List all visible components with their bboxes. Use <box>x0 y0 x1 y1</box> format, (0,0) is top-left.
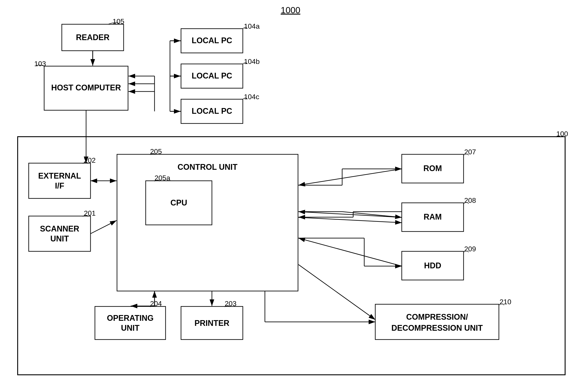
host-computer-label: HOST COMPUTER <box>51 83 121 92</box>
cpu-ref: 205a <box>154 174 170 182</box>
local-pc-c-ref: 104c <box>244 93 259 101</box>
ram-ref: 208 <box>464 196 476 204</box>
scanner-unit-label1: SCANNER <box>40 224 79 233</box>
operating-unit-label2: UNIT <box>121 323 140 333</box>
rom-ref: 207 <box>464 148 476 156</box>
device-100-ref: 100 <box>556 130 568 138</box>
compression-label2: DECOMPRESSION UNIT <box>392 323 483 333</box>
external-if-ref: 202 <box>84 156 96 164</box>
reader-ref: 105 <box>112 17 124 25</box>
printer-label: PRINTER <box>194 319 229 328</box>
local-pc-c-label: LOCAL PC <box>192 106 232 116</box>
scanner-unit-label2: UNIT <box>50 234 69 243</box>
diagram-container: 1000 READER 105 HOST COMPUTER 103 LOCAL … <box>0 0 581 392</box>
diagram-title: 1000 <box>281 5 300 15</box>
operating-unit-label1: OPERATING <box>107 314 154 323</box>
compression-label1: COMPRESSION/ <box>406 312 468 321</box>
ram-label: RAM <box>424 212 442 221</box>
external-if-box <box>29 163 90 198</box>
operating-unit-box <box>95 306 166 340</box>
rom-label: ROM <box>424 164 442 173</box>
local-pc-b-label: LOCAL PC <box>192 71 232 80</box>
scanner-unit-ref: 201 <box>84 209 96 217</box>
compression-ref: 210 <box>500 298 511 306</box>
external-if-label2: I/F <box>55 181 64 190</box>
cpu-label: CPU <box>170 198 187 207</box>
hdd-ref: 209 <box>464 245 476 253</box>
external-if-label1: EXTERNAL <box>38 171 81 180</box>
compression-box <box>375 304 499 340</box>
local-pc-b-ref: 104b <box>244 57 260 65</box>
local-pc-a-ref: 104a <box>244 22 260 30</box>
hdd-label: HDD <box>424 261 441 270</box>
operating-unit-ref: 204 <box>150 300 162 308</box>
printer-ref: 203 <box>225 300 236 308</box>
control-unit-ref: 205 <box>150 148 162 156</box>
reader-label: READER <box>76 33 110 42</box>
control-unit-label: CONTROL UNIT <box>178 163 237 172</box>
scanner-unit-box <box>29 216 90 251</box>
local-pc-a-label: LOCAL PC <box>192 36 232 45</box>
host-computer-ref: 103 <box>34 60 46 68</box>
